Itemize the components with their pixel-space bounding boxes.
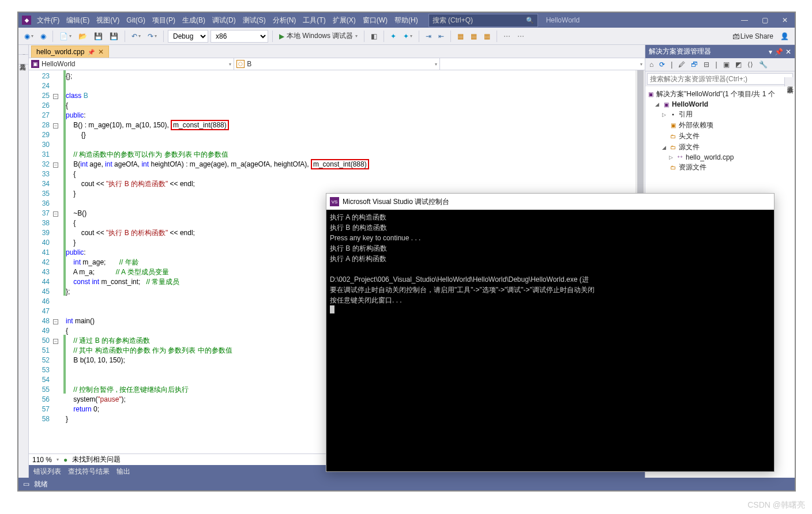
- tb-b[interactable]: 🗗: [689, 60, 700, 69]
- tb-icon-1[interactable]: ◧: [369, 31, 379, 41]
- tb-g[interactable]: 🔧: [757, 60, 769, 69]
- tree-headers[interactable]: 🗀头文件: [646, 131, 794, 142]
- side-tab[interactable]: 服务器资源管理器: [18, 45, 28, 55]
- save-all-button[interactable]: 💾: [107, 31, 121, 41]
- search-placeholder: 搜索 (Ctrl+Q): [433, 16, 473, 25]
- menu-item[interactable]: 测试(S): [239, 16, 269, 24]
- bottom-tab[interactable]: 输出: [116, 467, 130, 477]
- menu-item[interactable]: 扩展(X): [329, 16, 359, 24]
- tb-c[interactable]: ⊟: [702, 60, 711, 69]
- console-output: 执行 A 的构造函数执行 B 的构造函数Press any key to con…: [326, 210, 774, 318]
- console-title-bar[interactable]: VS Microsoft Visual Studio 调试控制台: [326, 194, 774, 210]
- tb-e[interactable]: ◩: [734, 60, 743, 69]
- quick-search-box[interactable]: 搜索 (Ctrl+Q) 🔍: [428, 14, 538, 27]
- panel-pin-icon[interactable]: ▾: [769, 48, 772, 56]
- file-tab-active[interactable]: hello_world.cpp 📌 ✕: [31, 46, 109, 58]
- status-text: 就绪: [34, 479, 48, 489]
- menu-item[interactable]: 帮助(H): [391, 16, 422, 24]
- panel-autopin-icon[interactable]: 📌: [775, 48, 783, 56]
- solution-search-input[interactable]: [647, 73, 793, 85]
- outline-column[interactable]: −−−−−−: [53, 70, 63, 453]
- config-select[interactable]: Debug: [168, 30, 208, 43]
- status-icon: ▭: [23, 480, 29, 488]
- nav-breadcrumb: ▣HelloWorld▾ ⬡B▾ ▾: [29, 58, 645, 70]
- home-icon[interactable]: ⌂: [648, 60, 655, 69]
- menu-item[interactable]: 调试(D): [209, 16, 239, 24]
- live-share-button[interactable]: 🖄 Live Share: [730, 31, 776, 41]
- tree-cpp-file[interactable]: ▷⁺⁺hello_world.cpp: [646, 153, 794, 162]
- tree-resources[interactable]: 🗀资源文件: [646, 162, 794, 173]
- tb-icon-10[interactable]: ⋯: [515, 31, 527, 41]
- console-title: Microsoft Visual Studio 调试控制台: [343, 197, 449, 207]
- tb-icon-5[interactable]: ⇤: [436, 31, 446, 41]
- menu-item[interactable]: 文件(F): [33, 16, 63, 24]
- line-gutter: 2324252627282930313233343536373839404142…: [29, 70, 53, 453]
- console-icon: VS: [330, 197, 339, 206]
- menu-item[interactable]: 生成(B): [179, 16, 209, 24]
- issues-text[interactable]: 未找到相关问题: [72, 455, 121, 464]
- issues-ok-icon: ●: [63, 456, 67, 464]
- solution-toolbar: ⌂ ⟳ | 🖉 🗗 ⊟ | ▣ ◩ ⟨⟩ 🔧: [645, 58, 795, 71]
- project-node[interactable]: ◢▣HelloWorld: [646, 100, 794, 109]
- nav-member[interactable]: ▾: [440, 58, 645, 70]
- file-tab-label: hello_world.cpp: [36, 48, 84, 56]
- tb-icon-4[interactable]: ⇥: [423, 31, 434, 41]
- tree-ref[interactable]: ▷▪引用: [646, 109, 794, 120]
- bottom-tab[interactable]: 错误列表: [33, 467, 61, 477]
- tb-icon-9[interactable]: ⋯: [501, 31, 513, 41]
- tb-icon-8[interactable]: ▦: [482, 31, 493, 41]
- bottom-tab[interactable]: 查找符号结果: [68, 467, 110, 477]
- tree-sources[interactable]: ◢🗀源文件: [646, 142, 794, 153]
- save-button[interactable]: 💾: [92, 31, 105, 41]
- account-button[interactable]: 👤: [778, 31, 791, 41]
- maximize-button[interactable]: ▢: [758, 15, 772, 25]
- menu-item[interactable]: 分析(N): [269, 16, 300, 24]
- zoom-level[interactable]: 110 %: [32, 456, 52, 464]
- undo-button[interactable]: ↶▾: [129, 31, 143, 41]
- run-debugger-button[interactable]: ▶本地 Windows 调试器▾: [277, 30, 360, 42]
- nav-fwd-button[interactable]: ◉: [38, 31, 48, 41]
- tb-f[interactable]: ⟨⟩: [746, 60, 755, 69]
- tb-icon-3[interactable]: ✦▾: [401, 31, 415, 41]
- tb-a[interactable]: 🖉: [676, 60, 687, 69]
- menu-item[interactable]: 视图(V): [93, 16, 123, 24]
- minimize-button[interactable]: —: [738, 15, 751, 25]
- panel-close-icon[interactable]: ✕: [785, 48, 791, 56]
- debug-console-window[interactable]: VS Microsoft Visual Studio 调试控制台 执行 A 的构…: [326, 193, 775, 472]
- open-button[interactable]: 📂: [76, 31, 89, 41]
- side-tab[interactable]: 工具箱: [18, 55, 28, 65]
- close-tab-icon[interactable]: ✕: [98, 48, 104, 56]
- status-bar: ▭ 就绪: [18, 478, 795, 490]
- main-toolbar: ◉▾ ◉ 📄▾ 📂 💾 💾 ↶▾ ↷▾ Debug x86 ▶本地 Window…: [18, 28, 795, 45]
- watermark: CSDN @韩曙亮: [747, 500, 805, 511]
- nav-project[interactable]: ▣HelloWorld▾: [29, 58, 234, 70]
- solution-explorer-title: 解决方案资源管理器 ▾📌✕: [645, 45, 795, 58]
- diag-tools-tab[interactable]: 诊断工具: [785, 77, 796, 86]
- new-project-button[interactable]: 📄▾: [57, 31, 74, 41]
- document-tabs: hello_world.cpp 📌 ✕: [29, 45, 645, 58]
- tb-icon-6[interactable]: ▦: [455, 31, 466, 41]
- pin-icon[interactable]: 📌: [88, 49, 95, 55]
- app-name: HelloWorld: [546, 16, 580, 24]
- tb-icon-2[interactable]: ✦: [388, 31, 399, 41]
- solution-root[interactable]: ▣解决方案"HelloWorld"(1 个项目/共 1 个: [646, 89, 794, 100]
- nav-back-button[interactable]: ◉▾: [22, 31, 36, 41]
- title-bar: ◆ 文件(F)编辑(E)视图(V)Git(G)项目(P)生成(B)调试(D)测试…: [18, 13, 795, 28]
- menu-item[interactable]: 窗口(W): [359, 16, 391, 24]
- tb-icon-7[interactable]: ▦: [468, 31, 479, 41]
- platform-select[interactable]: x86: [210, 30, 268, 43]
- redo-button[interactable]: ↷▾: [145, 31, 159, 41]
- tree-ext[interactable]: ▣外部依赖项: [646, 120, 794, 131]
- sync-icon[interactable]: ⟳: [657, 60, 667, 69]
- menu-item[interactable]: Git(G): [123, 16, 149, 24]
- search-icon: 🔍: [526, 17, 534, 24]
- vs-logo-icon: ◆: [22, 16, 31, 25]
- menu-item[interactable]: 项目(P): [149, 16, 179, 24]
- menu-item[interactable]: 编辑(E): [63, 16, 93, 24]
- close-button[interactable]: ✕: [779, 15, 791, 25]
- tb-d[interactable]: ▣: [721, 60, 731, 69]
- menu-item[interactable]: 工具(T): [299, 16, 329, 24]
- nav-class[interactable]: ⬡B▾: [234, 58, 439, 70]
